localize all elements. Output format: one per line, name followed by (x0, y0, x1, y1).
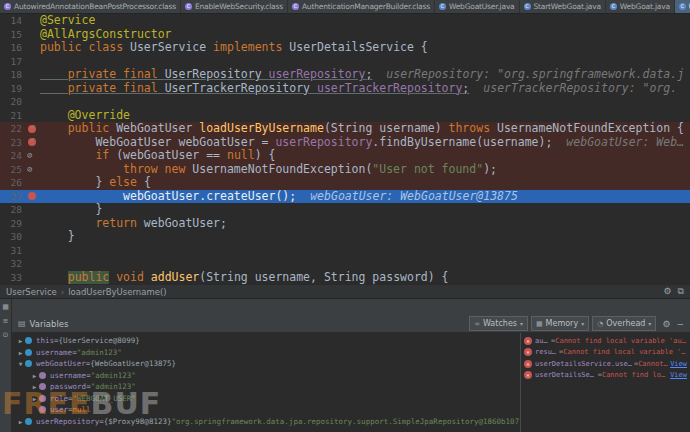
minimize-icon[interactable]: − (676, 319, 684, 329)
memory-toggle[interactable]: ▦Memory▾ (531, 316, 589, 331)
line-number: 20 (0, 95, 26, 109)
error-icon: ✕ (524, 348, 532, 356)
code-line[interactable]: 27 webGoatUser.createUser();webGoatUser:… (0, 190, 690, 204)
expand-arrow-icon[interactable]: ▶ (30, 395, 39, 402)
class-file-icon: C (185, 3, 192, 10)
watch-row[interactable]: ✕results = Cannot find local variable 'r… (521, 347, 690, 359)
debug-toolbar (12, 299, 690, 316)
variable-row[interactable]: ▶username = "admin123" (12, 370, 520, 382)
code-line[interactable]: 20 (0, 95, 690, 109)
tab-WebGoat.java[interactable]: CWebGoat.java (606, 0, 675, 13)
tab-AuthenticationManagerBuilder.class[interactable]: CAuthenticationManagerBuilder.class (288, 0, 435, 13)
target-icon[interactable]: ⊙ (3, 331, 9, 339)
line-number: 17 (0, 55, 26, 69)
variable-row[interactable]: ▼webGoatUser = {WebGoatUser@13875} (12, 358, 520, 370)
variables-list: ▶this = {UserService@8099}▶username = "a… (12, 333, 520, 432)
gutter (26, 109, 40, 123)
view-link[interactable]: View (670, 371, 687, 379)
code-line[interactable]: 32 (0, 257, 690, 271)
expand-arrow-icon[interactable]: ▶ (30, 372, 39, 379)
breakpoint-icon[interactable] (28, 192, 36, 200)
gutter (26, 41, 40, 55)
tab-label: EnableWebSecurity.class (195, 2, 283, 11)
variable-row[interactable]: ▶username = "admin123" (12, 347, 520, 359)
inline-debug-hint: webGoatUser: WebGoatUser@13875 (310, 190, 518, 204)
editor-code[interactable]: 14@Service15@AllArgsConstructor16public … (0, 14, 690, 284)
view-link[interactable]: View (670, 360, 687, 368)
expand-arrow-icon[interactable]: ▼ (16, 360, 25, 367)
list-icon[interactable]: ≡ (3, 317, 9, 325)
tab-AutowiredAnnotationBeanPostProcessor.class[interactable]: CAutowiredAnnotationBeanPostProcessor.cl… (0, 0, 181, 13)
variables-header-actions: ⚙− (656, 319, 684, 329)
settings-icon[interactable]: ⚙ (663, 286, 671, 296)
code-line[interactable]: 15@AllArgsConstructor (0, 28, 690, 42)
float-window-icon[interactable]: ⧉ (678, 286, 684, 296)
line-number: 24 (0, 149, 26, 163)
breadcrumb-separator-icon: › (61, 287, 64, 297)
variable-row[interactable]: ▶userRepository = {$Proxy98@8123} "org.s… (12, 416, 520, 428)
muted-breakpoint-icon[interactable]: ⊘ (27, 149, 32, 162)
line-number: 30 (0, 230, 26, 244)
line-number: 14 (0, 14, 26, 28)
code-line[interactable]: 21 @Override (0, 109, 690, 123)
code-line[interactable]: 29 return webGoatUser; (0, 217, 690, 231)
line-number: 15 (0, 28, 26, 42)
overhead-toggle[interactable]: ◔Overhead▾ (592, 316, 656, 331)
gutter (26, 55, 40, 69)
variable-row[interactable]: ▶role = "WEBGOAT_USER" (12, 393, 520, 405)
line-number: 31 (0, 244, 26, 258)
breakpoint-icon[interactable]: ✓ (28, 138, 36, 146)
tab-label: StartWebGoat.java (534, 2, 601, 11)
tab-EnableWebSecurity.class[interactable]: CEnableWebSecurity.class (181, 0, 288, 13)
code-line[interactable]: 33 public void addUser(String username, … (0, 271, 690, 285)
tab-UserService.java[interactable]: CUserService.java× (675, 0, 690, 13)
variable-row[interactable]: ▶this = {UserService@8099} (12, 335, 520, 347)
code-line[interactable]: 28 } (0, 203, 690, 217)
expand-arrow-icon[interactable]: ▶ (30, 383, 39, 390)
variable-icon (25, 349, 32, 356)
expand-arrow-icon[interactable]: ▶ (16, 349, 25, 356)
breadcrumb-item-class[interactable]: UserService (6, 287, 57, 297)
code-line[interactable]: 26 } else { (0, 176, 690, 190)
code-line[interactable]: 17 (0, 55, 690, 69)
java-file-icon: C (679, 3, 686, 10)
code-line[interactable]: 16public class UserService implements Us… (0, 41, 690, 55)
variable-row[interactable]: ▶password = "admin123" (12, 381, 520, 393)
error-icon: ✕ (524, 371, 532, 379)
watch-row[interactable]: ✕userDetailsService.userRepository = Can… (521, 358, 690, 370)
gutter (26, 82, 40, 96)
variable-row[interactable]: user = null (12, 404, 520, 416)
breadcrumb-item-method[interactable]: loadUserByUsername() (68, 287, 166, 297)
watches-toggle[interactable]: ∞Watches▾ (469, 316, 528, 331)
variable-icon (25, 418, 32, 425)
code-line[interactable]: 30 } (0, 230, 690, 244)
breakpoint-icon[interactable]: ✓ (28, 125, 36, 133)
line-number: 22 (0, 122, 26, 136)
code-line[interactable]: 18 private final UserRepository userRepo… (0, 68, 690, 82)
watch-row[interactable]: ✕userDetailsService = Cannot find local … (521, 370, 690, 382)
code-line[interactable]: 19 private final UserTrackerRepository u… (0, 82, 690, 96)
tab-WebGoatUser.java[interactable]: CWebGoatUser.java (435, 0, 520, 13)
debug-panel: ▦≡⊙ ▤ Variables ∞Watches▾▦Memory▾◔Overhe… (0, 298, 690, 432)
variable-icon (39, 395, 46, 402)
code-line[interactable]: 25⊘ throw new UsernameNotFoundException(… (0, 163, 690, 177)
code-line[interactable]: 22✓ public WebGoatUser loadUserByUsernam… (0, 122, 690, 136)
inline-debug-hint: userTrackerRepository: "org. (483, 82, 677, 96)
line-number: 25 (0, 163, 26, 177)
variables-label: Variables (30, 319, 69, 329)
code-line[interactable]: 24⊘ if (webGoatUser == null) { (0, 149, 690, 163)
gutter (26, 244, 40, 258)
settings-icon[interactable]: ⚙ (662, 319, 670, 329)
code-line[interactable]: 31 (0, 244, 690, 258)
grid-icon[interactable]: ▦ (2, 303, 9, 311)
expand-arrow-icon[interactable]: ▶ (16, 418, 25, 425)
verified-check-icon: ✓ (31, 122, 35, 134)
code-line[interactable]: 14@Service (0, 14, 690, 28)
tab-label: AutowiredAnnotationBeanPostProcessor.cla… (14, 2, 176, 11)
watches-list: ✕auth = Cannot find local variable 'auth… (520, 333, 690, 432)
tab-StartWebGoat.java[interactable]: CStartWebGoat.java (520, 0, 606, 13)
watch-row[interactable]: ✕auth = Cannot find local variable 'auth… (521, 335, 690, 347)
expand-arrow-icon[interactable]: ▶ (16, 337, 25, 344)
muted-breakpoint-icon[interactable]: ⊘ (27, 163, 32, 176)
code-line[interactable]: 23✓ WebGoatUser webGoatUser = userReposi… (0, 136, 690, 150)
